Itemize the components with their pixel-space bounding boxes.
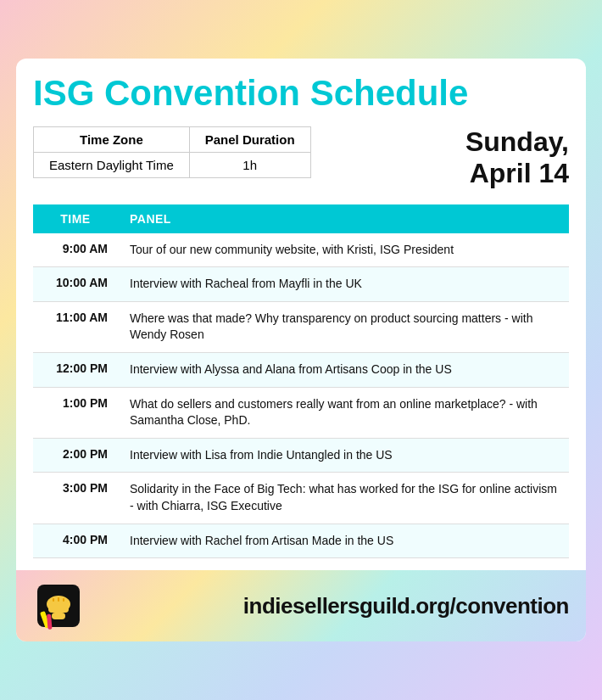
table-row: 4:00 PMInterview with Rachel from Artisa… — [33, 524, 569, 558]
time-cell: 4:00 PM — [33, 524, 118, 558]
panel-cell: Interview with Lisa from Indie Untangled… — [118, 438, 569, 473]
date-box: Sunday, April 14 — [465, 126, 569, 189]
panel-cell: Where was that made? Why transparency on… — [118, 301, 569, 352]
duration-value: 1h — [189, 153, 310, 178]
table-row: 12:00 PMInterview with Alyssa and Alana … — [33, 353, 569, 388]
panel-cell: Interview with Alyssa and Alana from Art… — [118, 353, 569, 388]
table-row: 10:00 AMInterview with Racheal from Mayf… — [33, 267, 569, 302]
panel-cell: Interview with Rachel from Artisan Made … — [118, 524, 569, 558]
time-cell: 2:00 PM — [33, 438, 118, 473]
table-row: 3:00 PMSolidarity in the Face of Big Tec… — [33, 473, 569, 524]
svg-rect-4 — [48, 601, 69, 613]
table-row: 2:00 PMInterview with Lisa from Indie Un… — [33, 438, 569, 473]
info-table: Time Zone Panel Duration Eastern Dayligh… — [33, 126, 311, 178]
isg-fist-icon — [33, 580, 84, 631]
footer: indiesellersguild.org/convention — [16, 570, 586, 641]
time-cell: 3:00 PM — [33, 473, 118, 524]
timezone-header: Time Zone — [34, 127, 190, 153]
page-title: ISG Convention Schedule — [33, 74, 569, 113]
table-row: 11:00 AMWhere was that made? Why transpa… — [33, 301, 569, 352]
duration-header: Panel Duration — [189, 127, 310, 153]
panel-cell: Tour of our new community website, with … — [118, 233, 569, 267]
time-cell: 9:00 AM — [33, 233, 118, 267]
panel-cell: Solidarity in the Face of Big Tech: what… — [118, 473, 569, 524]
table-row: 9:00 AMTour of our new community website… — [33, 233, 569, 267]
col-header-panel: PANEL — [118, 204, 569, 233]
panel-cell: What do sellers and customers really wan… — [118, 387, 569, 438]
time-cell: 1:00 PM — [33, 387, 118, 438]
table-row: 1:00 PMWhat do sellers and customers rea… — [33, 387, 569, 438]
svg-rect-5 — [52, 613, 65, 619]
time-cell: 12:00 PM — [33, 353, 118, 388]
time-cell: 10:00 AM — [33, 267, 118, 302]
info-row: Time Zone Panel Duration Eastern Dayligh… — [33, 126, 569, 189]
main-card: ISG Convention Schedule Time Zone Panel … — [16, 59, 586, 641]
schedule-table: TIME PANEL 9:00 AMTour of our new commun… — [33, 204, 569, 559]
col-header-time: TIME — [33, 204, 118, 233]
footer-url: indiesellersguild.org/convention — [84, 593, 569, 619]
panel-cell: Interview with Racheal from Mayfli in th… — [118, 267, 569, 302]
timezone-value: Eastern Daylight Time — [34, 153, 190, 178]
date-line2: April 14 — [465, 158, 569, 189]
time-cell: 11:00 AM — [33, 301, 118, 352]
date-line1: Sunday, — [465, 126, 569, 158]
